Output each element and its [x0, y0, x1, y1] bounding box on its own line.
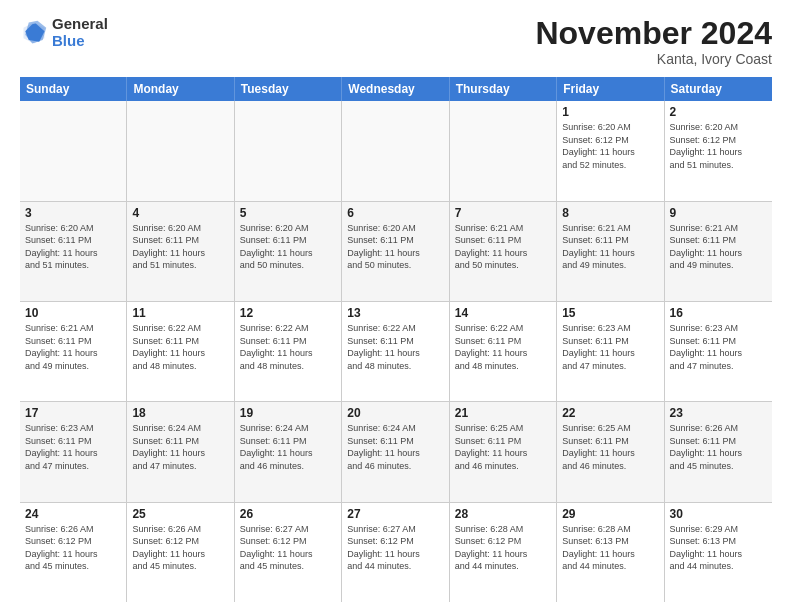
day-number: 2 — [670, 105, 767, 119]
calendar-cell: 27Sunrise: 6:27 AM Sunset: 6:12 PM Dayli… — [342, 503, 449, 602]
day-number: 17 — [25, 406, 121, 420]
calendar-cell: 15Sunrise: 6:23 AM Sunset: 6:11 PM Dayli… — [557, 302, 664, 401]
day-number: 10 — [25, 306, 121, 320]
calendar-cell: 3Sunrise: 6:20 AM Sunset: 6:11 PM Daylig… — [20, 202, 127, 301]
day-info: Sunrise: 6:25 AM Sunset: 6:11 PM Dayligh… — [455, 422, 551, 472]
calendar-cell — [450, 101, 557, 200]
day-number: 22 — [562, 406, 658, 420]
calendar-cell: 14Sunrise: 6:22 AM Sunset: 6:11 PM Dayli… — [450, 302, 557, 401]
day-info: Sunrise: 6:24 AM Sunset: 6:11 PM Dayligh… — [347, 422, 443, 472]
title-block: November 2024 Kanta, Ivory Coast — [535, 16, 772, 67]
calendar-cell: 7Sunrise: 6:21 AM Sunset: 6:11 PM Daylig… — [450, 202, 557, 301]
logo-text: General Blue — [52, 16, 108, 49]
day-info: Sunrise: 6:20 AM Sunset: 6:11 PM Dayligh… — [240, 222, 336, 272]
day-number: 11 — [132, 306, 228, 320]
calendar-cell: 29Sunrise: 6:28 AM Sunset: 6:13 PM Dayli… — [557, 503, 664, 602]
day-number: 7 — [455, 206, 551, 220]
day-info: Sunrise: 6:21 AM Sunset: 6:11 PM Dayligh… — [562, 222, 658, 272]
calendar-row: 10Sunrise: 6:21 AM Sunset: 6:11 PM Dayli… — [20, 302, 772, 402]
logo-blue-text: Blue — [52, 33, 108, 50]
day-number: 23 — [670, 406, 767, 420]
day-number: 15 — [562, 306, 658, 320]
logo-general-text: General — [52, 16, 108, 33]
day-number: 4 — [132, 206, 228, 220]
day-info: Sunrise: 6:26 AM Sunset: 6:11 PM Dayligh… — [670, 422, 767, 472]
day-number: 16 — [670, 306, 767, 320]
day-info: Sunrise: 6:22 AM Sunset: 6:11 PM Dayligh… — [132, 322, 228, 372]
calendar-cell: 10Sunrise: 6:21 AM Sunset: 6:11 PM Dayli… — [20, 302, 127, 401]
calendar-cell: 28Sunrise: 6:28 AM Sunset: 6:12 PM Dayli… — [450, 503, 557, 602]
calendar-cell: 26Sunrise: 6:27 AM Sunset: 6:12 PM Dayli… — [235, 503, 342, 602]
calendar-cell — [127, 101, 234, 200]
day-number: 19 — [240, 406, 336, 420]
day-info: Sunrise: 6:23 AM Sunset: 6:11 PM Dayligh… — [670, 322, 767, 372]
day-info: Sunrise: 6:26 AM Sunset: 6:12 PM Dayligh… — [25, 523, 121, 573]
calendar-cell: 17Sunrise: 6:23 AM Sunset: 6:11 PM Dayli… — [20, 402, 127, 501]
calendar-header: Sunday Monday Tuesday Wednesday Thursday… — [20, 77, 772, 101]
calendar-cell: 24Sunrise: 6:26 AM Sunset: 6:12 PM Dayli… — [20, 503, 127, 602]
calendar-row: 17Sunrise: 6:23 AM Sunset: 6:11 PM Dayli… — [20, 402, 772, 502]
day-info: Sunrise: 6:28 AM Sunset: 6:12 PM Dayligh… — [455, 523, 551, 573]
day-info: Sunrise: 6:27 AM Sunset: 6:12 PM Dayligh… — [240, 523, 336, 573]
day-info: Sunrise: 6:20 AM Sunset: 6:11 PM Dayligh… — [132, 222, 228, 272]
day-info: Sunrise: 6:26 AM Sunset: 6:12 PM Dayligh… — [132, 523, 228, 573]
calendar-cell: 16Sunrise: 6:23 AM Sunset: 6:11 PM Dayli… — [665, 302, 772, 401]
day-info: Sunrise: 6:23 AM Sunset: 6:11 PM Dayligh… — [562, 322, 658, 372]
day-number: 29 — [562, 507, 658, 521]
calendar-row: 3Sunrise: 6:20 AM Sunset: 6:11 PM Daylig… — [20, 202, 772, 302]
day-number: 21 — [455, 406, 551, 420]
calendar-body: 1Sunrise: 6:20 AM Sunset: 6:12 PM Daylig… — [20, 101, 772, 602]
calendar-cell: 4Sunrise: 6:20 AM Sunset: 6:11 PM Daylig… — [127, 202, 234, 301]
header-sunday: Sunday — [20, 77, 127, 101]
page: General Blue November 2024 Kanta, Ivory … — [0, 0, 792, 612]
calendar-cell: 18Sunrise: 6:24 AM Sunset: 6:11 PM Dayli… — [127, 402, 234, 501]
day-number: 13 — [347, 306, 443, 320]
calendar-cell: 9Sunrise: 6:21 AM Sunset: 6:11 PM Daylig… — [665, 202, 772, 301]
header-monday: Monday — [127, 77, 234, 101]
calendar-cell: 8Sunrise: 6:21 AM Sunset: 6:11 PM Daylig… — [557, 202, 664, 301]
calendar: Sunday Monday Tuesday Wednesday Thursday… — [20, 77, 772, 602]
day-number: 28 — [455, 507, 551, 521]
day-number: 27 — [347, 507, 443, 521]
calendar-cell: 13Sunrise: 6:22 AM Sunset: 6:11 PM Dayli… — [342, 302, 449, 401]
logo-icon — [20, 19, 48, 47]
calendar-cell: 12Sunrise: 6:22 AM Sunset: 6:11 PM Dayli… — [235, 302, 342, 401]
calendar-cell: 6Sunrise: 6:20 AM Sunset: 6:11 PM Daylig… — [342, 202, 449, 301]
day-info: Sunrise: 6:27 AM Sunset: 6:12 PM Dayligh… — [347, 523, 443, 573]
header-saturday: Saturday — [665, 77, 772, 101]
calendar-cell: 23Sunrise: 6:26 AM Sunset: 6:11 PM Dayli… — [665, 402, 772, 501]
day-number: 9 — [670, 206, 767, 220]
calendar-cell: 30Sunrise: 6:29 AM Sunset: 6:13 PM Dayli… — [665, 503, 772, 602]
day-info: Sunrise: 6:21 AM Sunset: 6:11 PM Dayligh… — [670, 222, 767, 272]
day-info: Sunrise: 6:22 AM Sunset: 6:11 PM Dayligh… — [347, 322, 443, 372]
calendar-row: 24Sunrise: 6:26 AM Sunset: 6:12 PM Dayli… — [20, 503, 772, 602]
day-number: 14 — [455, 306, 551, 320]
day-info: Sunrise: 6:29 AM Sunset: 6:13 PM Dayligh… — [670, 523, 767, 573]
day-number: 5 — [240, 206, 336, 220]
day-number: 18 — [132, 406, 228, 420]
day-number: 26 — [240, 507, 336, 521]
calendar-cell: 11Sunrise: 6:22 AM Sunset: 6:11 PM Dayli… — [127, 302, 234, 401]
header: General Blue November 2024 Kanta, Ivory … — [20, 16, 772, 67]
day-info: Sunrise: 6:21 AM Sunset: 6:11 PM Dayligh… — [25, 322, 121, 372]
day-info: Sunrise: 6:22 AM Sunset: 6:11 PM Dayligh… — [240, 322, 336, 372]
calendar-cell: 21Sunrise: 6:25 AM Sunset: 6:11 PM Dayli… — [450, 402, 557, 501]
day-number: 8 — [562, 206, 658, 220]
location-subtitle: Kanta, Ivory Coast — [535, 51, 772, 67]
day-info: Sunrise: 6:20 AM Sunset: 6:12 PM Dayligh… — [670, 121, 767, 171]
calendar-cell — [342, 101, 449, 200]
calendar-cell: 25Sunrise: 6:26 AM Sunset: 6:12 PM Dayli… — [127, 503, 234, 602]
day-info: Sunrise: 6:22 AM Sunset: 6:11 PM Dayligh… — [455, 322, 551, 372]
calendar-cell: 20Sunrise: 6:24 AM Sunset: 6:11 PM Dayli… — [342, 402, 449, 501]
day-info: Sunrise: 6:28 AM Sunset: 6:13 PM Dayligh… — [562, 523, 658, 573]
calendar-cell — [20, 101, 127, 200]
day-info: Sunrise: 6:24 AM Sunset: 6:11 PM Dayligh… — [240, 422, 336, 472]
calendar-cell: 2Sunrise: 6:20 AM Sunset: 6:12 PM Daylig… — [665, 101, 772, 200]
calendar-cell: 5Sunrise: 6:20 AM Sunset: 6:11 PM Daylig… — [235, 202, 342, 301]
header-wednesday: Wednesday — [342, 77, 449, 101]
day-info: Sunrise: 6:25 AM Sunset: 6:11 PM Dayligh… — [562, 422, 658, 472]
month-title: November 2024 — [535, 16, 772, 51]
day-number: 12 — [240, 306, 336, 320]
day-info: Sunrise: 6:20 AM Sunset: 6:11 PM Dayligh… — [347, 222, 443, 272]
day-number: 6 — [347, 206, 443, 220]
